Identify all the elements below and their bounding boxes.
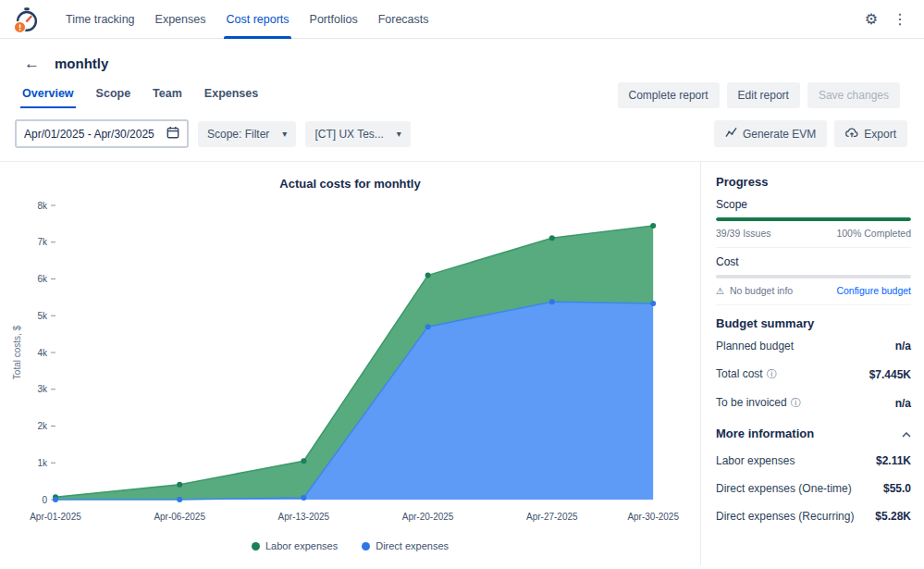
svg-text:8k: 8k <box>37 201 48 211</box>
svg-text:1k: 1k <box>37 458 48 468</box>
generate-evm-label: Generate EVM <box>743 128 816 141</box>
nav-item-portfolios[interactable]: Portfolios <box>300 0 368 39</box>
generate-evm-button[interactable]: Generate EVM <box>714 120 827 147</box>
tab-expenses[interactable]: Expenses <box>203 83 260 108</box>
svg-text:0: 0 <box>42 495 47 505</box>
info-icon[interactable]: ⓘ <box>791 397 801 408</box>
nav-item-forecasts[interactable]: Forecasts <box>368 0 439 39</box>
cost-warning-text: No budget info <box>730 285 793 296</box>
project-filter-select[interactable]: [CT] UX Tes... ▾ <box>305 121 411 147</box>
legend-direct-label: Direct expenses <box>376 540 449 551</box>
svg-text:Apr-20-2025: Apr-20-2025 <box>402 512 454 522</box>
cost-label: Cost <box>716 255 911 268</box>
legend-direct-expenses[interactable]: Direct expenses <box>362 540 449 551</box>
legend-labor-expenses[interactable]: Labor expenses <box>252 540 338 551</box>
labor-expenses-value: $2.11K <box>876 454 911 467</box>
report-title: monhtly <box>55 56 108 71</box>
chart-legend: Labor expenses Direct expenses <box>9 540 691 551</box>
save-changes-button[interactable]: Save changes <box>807 82 900 108</box>
evm-chart-icon <box>725 127 737 141</box>
svg-text:Apr-30-2025: Apr-30-2025 <box>627 512 679 522</box>
progress-heading: Progress <box>716 175 911 189</box>
chart-title: Actual costs for monhtly <box>9 177 691 191</box>
info-icon[interactable]: ⓘ <box>767 368 777 379</box>
tab-scope[interactable]: Scope <box>94 83 133 108</box>
budget-row-to-be-invoiced: To be invoicedⓘ n/a <box>716 396 911 410</box>
export-label: Export <box>864 128 896 141</box>
project-filter-value: [CT] UX Tes... <box>314 128 383 141</box>
top-navigation: Time tracking Expenses Cost reports Port… <box>0 0 924 39</box>
scope-issues-count: 39/39 Issues <box>716 228 771 239</box>
scope-filter-value: Scope: Filter <box>207 128 269 141</box>
svg-text:Apr-27-2025: Apr-27-2025 <box>526 512 578 522</box>
budget-row-total-cost: Total costⓘ $7.445K <box>716 367 911 381</box>
scope-label: Scope <box>716 198 911 211</box>
complete-report-button[interactable]: Complete report <box>618 82 720 108</box>
tabs-row: Overview Scope Team Expenses Complete re… <box>0 82 924 108</box>
nav-item-cost-reports[interactable]: Cost reports <box>216 0 299 39</box>
svg-text:5k: 5k <box>37 311 48 321</box>
date-range-input[interactable]: Apr/01/2025 - Apr/30/2025 <box>15 119 189 148</box>
svg-text:2k: 2k <box>37 421 48 431</box>
warning-icon: ⚠ <box>716 286 724 296</box>
budget-summary-heading: Budget summary <box>716 316 911 330</box>
direct-recurring-value: $5.28K <box>875 510 911 523</box>
svg-text:Total costs, $: Total costs, $ <box>12 325 22 379</box>
edit-report-button[interactable]: Edit report <box>727 82 800 108</box>
legend-labor-label: Labor expenses <box>265 540 338 551</box>
more-row-direct-one-time: Direct expenses (One-time) $55.0 <box>716 482 911 495</box>
more-information-heading: More information <box>716 427 814 440</box>
tab-overview[interactable]: Overview <box>20 83 76 108</box>
calendar-icon[interactable] <box>166 126 179 142</box>
scope-progress-bar <box>716 217 911 221</box>
date-range-value: Apr/01/2025 - Apr/30/2025 <box>24 128 154 141</box>
scope-filter-select[interactable]: Scope: Filter ▾ <box>198 121 296 147</box>
planned-budget-value: n/a <box>895 340 911 353</box>
budget-row-planned: Planned budget n/a <box>716 340 911 353</box>
svg-text:Apr-06-2025: Apr-06-2025 <box>154 512 205 522</box>
nav-item-time-tracking[interactable]: Time tracking <box>55 0 145 39</box>
direct-recurring-label: Direct expenses (Recurring) <box>716 510 854 523</box>
report-header: ← monhtly <box>0 39 924 82</box>
svg-text:7k: 7k <box>37 237 48 247</box>
more-row-direct-recurring: Direct expenses (Recurring) $5.28K <box>716 510 911 523</box>
svg-text:Apr-13-2025: Apr-13-2025 <box>278 512 330 522</box>
total-cost-label: Total cost <box>716 367 763 380</box>
svg-text:4k: 4k <box>37 348 48 358</box>
scope-completed-percent: 100% Completed <box>836 228 911 239</box>
to-be-invoiced-label: To be invoiced <box>716 396 787 409</box>
chevron-down-icon: ▾ <box>397 129 401 139</box>
labor-legend-dot-icon <box>252 542 260 550</box>
chevron-down-icon: ▾ <box>282 129 287 139</box>
export-cloud-icon <box>845 127 858 141</box>
configure-budget-link[interactable]: Configure budget <box>836 285 911 296</box>
nav-item-expenses[interactable]: Expenses <box>145 0 216 39</box>
app-logo-icon[interactable] <box>13 6 41 33</box>
total-cost-value: $7.445K <box>869 368 911 381</box>
filters-row: Apr/01/2025 - Apr/30/2025 Scope: Filter … <box>0 108 924 161</box>
chevron-up-icon[interactable] <box>902 425 911 441</box>
export-button[interactable]: Export <box>834 120 907 147</box>
to-be-invoiced-value: n/a <box>895 397 911 410</box>
planned-budget-label: Planned budget <box>716 340 794 353</box>
labor-expenses-label: Labor expenses <box>716 454 795 467</box>
more-row-labor: Labor expenses $2.11K <box>716 454 911 467</box>
content-area: Actual costs for monhtly 01k2k3k4k5k6k7k… <box>0 161 924 565</box>
actual-costs-chart: 01k2k3k4k5k6k7k8kTotal costs, $Apr-01-20… <box>9 192 691 537</box>
svg-text:3k: 3k <box>37 384 48 394</box>
report-sidebar: Progress Scope 39/39 Issues 100% Complet… <box>700 162 924 565</box>
cost-progress-bar <box>716 275 911 278</box>
direct-one-time-value: $55.0 <box>883 482 911 495</box>
kebab-menu-icon[interactable]: ⋮ <box>893 12 907 27</box>
tab-team[interactable]: Team <box>151 83 184 108</box>
direct-legend-dot-icon <box>362 542 370 550</box>
direct-one-time-label: Direct expenses (One-time) <box>716 482 852 495</box>
gear-icon[interactable]: ⚙ <box>865 12 878 27</box>
svg-text:Apr-01-2025: Apr-01-2025 <box>30 512 81 522</box>
chart-panel: Actual costs for monhtly 01k2k3k4k5k6k7k… <box>0 162 700 565</box>
back-arrow-icon[interactable]: ← <box>24 56 40 71</box>
svg-text:6k: 6k <box>37 274 48 284</box>
